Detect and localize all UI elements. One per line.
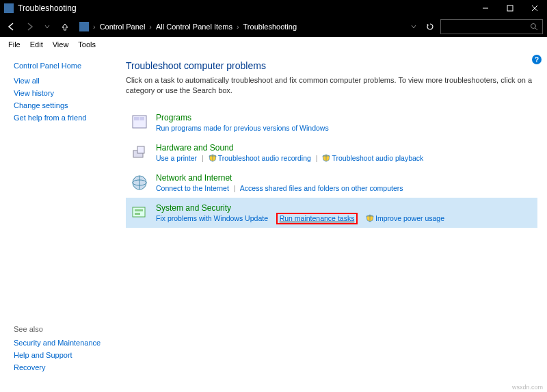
- seealso-security[interactable]: Security and Maintenance: [14, 339, 109, 347]
- search-input[interactable]: [440, 19, 543, 34]
- system-title[interactable]: System and Security: [156, 203, 533, 213]
- svg-line-5: [535, 28, 537, 30]
- path-dropdown[interactable]: [406, 19, 421, 34]
- programs-icon: [130, 113, 149, 132]
- sidebar-home[interactable]: Control Panel Home: [14, 62, 109, 70]
- breadcrumb[interactable]: › Control Panel › All Control Panel Item…: [79, 22, 403, 31]
- network-icon: [130, 173, 149, 192]
- address-bar: › Control Panel › All Control Panel Item…: [0, 16, 547, 37]
- shield-icon: [322, 154, 330, 162]
- menu-view[interactable]: View: [49, 39, 73, 50]
- svg-rect-15: [135, 209, 143, 211]
- menubar: File Edit View Tools: [0, 37, 547, 52]
- chevron-right-icon: ›: [237, 23, 239, 31]
- seealso-heading: See also: [14, 325, 109, 333]
- watermark: wsxdn.com: [512, 384, 543, 391]
- forward-button[interactable]: [22, 19, 37, 34]
- svg-rect-16: [135, 213, 140, 215]
- maximize-button[interactable]: [498, 0, 522, 16]
- svg-rect-1: [507, 5, 513, 11]
- section-programs: Programs Run programs made for previous …: [126, 107, 537, 138]
- crumb-all-items[interactable]: All Control Panel Items: [156, 23, 232, 31]
- seealso-recovery[interactable]: Recovery: [14, 363, 109, 371]
- hw-link-audio-play[interactable]: Troubleshoot audio playback: [332, 154, 423, 162]
- refresh-button[interactable]: [423, 19, 438, 34]
- location-icon: [79, 22, 89, 31]
- search-icon: [530, 23, 538, 31]
- main-content: ? Troubleshoot computer problems Click o…: [116, 52, 547, 382]
- sidebar-view-history[interactable]: View history: [14, 89, 109, 97]
- close-button[interactable]: [522, 0, 547, 16]
- system-icon: [130, 203, 149, 222]
- seealso-help[interactable]: Help and Support: [14, 351, 109, 359]
- section-hardware: Hardware and Sound Use a printer | Troub…: [126, 138, 537, 168]
- page-description: Click on a task to automatically trouble…: [126, 75, 537, 96]
- shield-icon: [209, 154, 217, 162]
- sidebar: Control Panel Home View all View history…: [0, 52, 116, 382]
- menu-tools[interactable]: Tools: [74, 39, 100, 50]
- sys-link-maintenance[interactable]: Run maintenance tasks: [280, 214, 355, 222]
- sidebar-change-settings[interactable]: Change settings: [14, 101, 109, 109]
- app-icon: [4, 3, 14, 13]
- network-title[interactable]: Network and Internet: [156, 173, 533, 183]
- minimize-button[interactable]: [473, 0, 498, 16]
- hw-link-audio-rec[interactable]: Troubleshoot audio recording: [218, 154, 311, 162]
- sidebar-view-all[interactable]: View all: [14, 77, 109, 85]
- svg-rect-8: [139, 117, 144, 120]
- crumb-troubleshooting[interactable]: Troubleshooting: [243, 23, 297, 31]
- titlebar: Troubleshooting: [0, 0, 547, 16]
- sidebar-get-help[interactable]: Get help from a friend: [14, 114, 109, 122]
- net-link-connect[interactable]: Connect to the Internet: [156, 184, 229, 192]
- svg-point-4: [531, 24, 536, 29]
- hardware-icon: [130, 143, 149, 162]
- sys-link-update[interactable]: Fix problems with Windows Update: [156, 214, 268, 222]
- hw-link-printer[interactable]: Use a printer: [156, 154, 197, 162]
- net-link-shared[interactable]: Access shared files and folders on other…: [240, 184, 403, 192]
- shield-icon: [366, 214, 374, 222]
- recent-dropdown[interactable]: [40, 19, 55, 34]
- window-title: Troubleshooting: [18, 3, 473, 13]
- menu-edit[interactable]: Edit: [26, 39, 47, 50]
- svg-rect-7: [134, 117, 139, 120]
- svg-rect-10: [137, 146, 144, 153]
- chevron-right-icon: ›: [149, 23, 152, 31]
- section-system: System and Security Fix problems with Wi…: [126, 198, 537, 228]
- hardware-title[interactable]: Hardware and Sound: [156, 143, 533, 153]
- back-button[interactable]: [4, 19, 19, 34]
- svg-rect-14: [133, 207, 145, 217]
- sys-link-power[interactable]: Improve power usage: [375, 214, 444, 222]
- crumb-control-panel[interactable]: Control Panel: [100, 23, 146, 31]
- programs-link-compat[interactable]: Run programs made for previous versions …: [156, 124, 329, 132]
- up-button[interactable]: [57, 19, 72, 34]
- chevron-right-icon: ›: [93, 23, 96, 31]
- menu-file[interactable]: File: [4, 39, 25, 50]
- help-icon[interactable]: ?: [532, 55, 542, 64]
- page-title: Troubleshoot computer problems: [126, 60, 537, 71]
- highlight-box: Run maintenance tasks: [276, 213, 358, 224]
- programs-title[interactable]: Programs: [156, 113, 533, 122]
- section-network: Network and Internet Connect to the Inte…: [126, 168, 537, 198]
